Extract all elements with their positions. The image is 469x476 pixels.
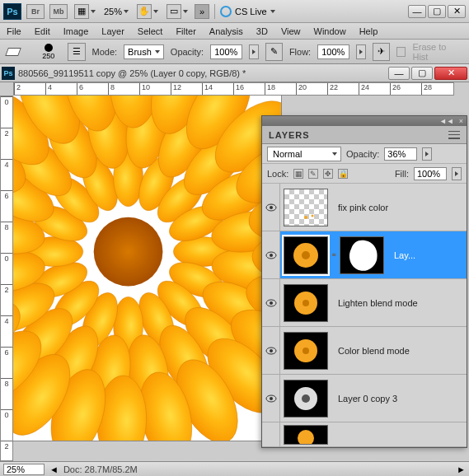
layer-thumbnail[interactable] xyxy=(284,332,328,370)
scroll-left-icon[interactable]: ◄ xyxy=(49,464,59,474)
doc-icon: Ps xyxy=(2,67,15,80)
maximize-button[interactable]: ▢ xyxy=(428,5,446,18)
bridge-badge[interactable]: Br xyxy=(26,4,45,19)
doc-title: 880566_99119511 copy @ 25% (Layer 0 copy… xyxy=(18,68,387,78)
brush-dot-icon xyxy=(45,44,53,52)
lock-all-icon[interactable]: 🔒 xyxy=(338,169,348,179)
collapse-icon[interactable]: ◄◄ xyxy=(439,117,454,125)
minibridge-badge[interactable]: Mb xyxy=(49,4,68,19)
svg-point-60 xyxy=(94,217,163,287)
fill-input[interactable]: 100% xyxy=(414,167,447,180)
layer-thumbnail[interactable] xyxy=(284,380,328,418)
menu-3d[interactable]: 3D xyxy=(256,26,268,36)
svg-point-72 xyxy=(303,300,309,306)
menu-filter[interactable]: Filter xyxy=(176,26,195,36)
visibility-toggle[interactable] xyxy=(262,422,280,446)
layer-row[interactable]: ⚭ Lay... xyxy=(262,231,467,279)
cslive-dropdown[interactable]: CS Live xyxy=(220,6,275,17)
scroll-right-icon[interactable]: ► xyxy=(457,464,466,474)
layer-row[interactable]: Color blend mode xyxy=(262,327,467,375)
menu-view[interactable]: View xyxy=(281,26,301,36)
svg-point-74 xyxy=(270,349,273,352)
svg-point-76 xyxy=(303,348,309,354)
menu-file[interactable]: File xyxy=(7,26,21,36)
ruler-vertical[interactable]: 024680246802 xyxy=(0,96,13,461)
menu-window[interactable]: Window xyxy=(314,26,346,36)
flow-input[interactable]: 100% xyxy=(317,44,349,59)
menu-help[interactable]: Help xyxy=(359,26,378,36)
visibility-toggle[interactable] xyxy=(262,184,280,231)
visibility-toggle[interactable] xyxy=(262,231,280,278)
svg-point-64 xyxy=(312,214,314,217)
close-button[interactable]: ✕ xyxy=(448,5,466,18)
fill-label: Fill: xyxy=(395,169,409,179)
canvas[interactable] xyxy=(13,96,282,441)
svg-point-63 xyxy=(304,216,307,219)
statusbar: 25% ◄ Doc: 28.7M/85.2M ► xyxy=(0,461,469,476)
erase-history-checkbox[interactable] xyxy=(396,47,406,57)
doc-maximize-button[interactable]: ▢ xyxy=(411,67,433,80)
visibility-toggle[interactable] xyxy=(262,327,280,374)
menu-analysis[interactable]: Analysis xyxy=(209,26,243,36)
layer-name[interactable]: Lay... xyxy=(387,250,422,260)
opacity-flyout[interactable] xyxy=(249,44,259,59)
brush-dropdown[interactable]: 250 xyxy=(42,44,54,60)
visibility-toggle[interactable] xyxy=(262,279,280,326)
panel-menu-icon[interactable] xyxy=(448,131,460,139)
eraser-icon[interactable] xyxy=(7,45,22,58)
minimize-button[interactable]: — xyxy=(408,5,426,18)
photoshop-logo: Ps xyxy=(3,3,21,20)
doc-minimize-button[interactable]: — xyxy=(388,67,410,80)
zoom-input[interactable]: 25% xyxy=(3,464,45,475)
brush-panel-button[interactable]: ☰ xyxy=(68,43,85,61)
flow-flyout[interactable] xyxy=(356,44,366,59)
lock-position-icon[interactable]: ✥ xyxy=(323,169,333,179)
layer-row[interactable]: fix pink color xyxy=(262,184,467,231)
layer-row[interactable] xyxy=(262,422,467,447)
lock-transparency-icon[interactable]: ▦ xyxy=(293,169,303,179)
zoom-dropdown[interactable]: 25% xyxy=(102,7,130,16)
layer-mask-thumbnail[interactable] xyxy=(340,236,384,274)
link-icon[interactable]: ⚭ xyxy=(330,250,338,259)
layer-thumbnail[interactable] xyxy=(284,236,328,274)
mode-select[interactable]: Brush xyxy=(124,44,164,59)
layer-thumbnail[interactable] xyxy=(284,284,328,322)
layer-thumbnail[interactable] xyxy=(284,425,328,445)
svg-point-80 xyxy=(302,394,310,403)
layer-opacity-flyout[interactable] xyxy=(422,147,432,161)
blend-row: Normal Opacity: 36% xyxy=(262,144,467,164)
layer-name[interactable]: Lighten blend mode xyxy=(331,298,424,308)
visibility-toggle[interactable] xyxy=(262,375,280,422)
ruler-horizontal[interactable]: 246810121416182022242628 xyxy=(13,82,454,96)
layer-opacity-input[interactable]: 36% xyxy=(384,147,417,161)
proof-dropdown[interactable]: ▭ xyxy=(165,4,190,19)
doc-close-button[interactable]: ✕ xyxy=(434,67,467,80)
blend-mode-select[interactable]: Normal xyxy=(267,147,341,161)
opacity-input[interactable]: 100% xyxy=(210,44,242,59)
layer-thumbnail[interactable] xyxy=(284,189,328,226)
menu-layer[interactable]: Layer xyxy=(101,26,124,36)
panel-titlebar[interactable]: ◄◄× xyxy=(262,116,467,126)
menu-edit[interactable]: Edit xyxy=(35,26,50,36)
panel-close-icon[interactable]: × xyxy=(459,117,463,125)
panel-tab-row: LAYERS xyxy=(262,126,467,144)
layers-list: fix pink color ⚭ Lay... Lighten blend mo… xyxy=(262,184,467,447)
svg-point-62 xyxy=(270,206,273,209)
layer-name[interactable]: Layer 0 copy 3 xyxy=(331,394,404,404)
layout-dropdown[interactable]: ▦ xyxy=(73,4,97,19)
lock-pixels-icon[interactable]: ✎ xyxy=(308,169,318,179)
layer-row[interactable]: Layer 0 copy 3 xyxy=(262,375,467,422)
menu-image[interactable]: Image xyxy=(63,26,89,36)
app-titlebar: Ps Br Mb ▦ 25% ✋ ▭ » CS Live — ▢ ✕ xyxy=(0,0,469,23)
layer-name[interactable]: fix pink color xyxy=(331,203,395,212)
tablet-opacity-button[interactable]: ✎ xyxy=(265,43,283,61)
layers-tab[interactable]: LAYERS xyxy=(269,130,310,140)
fill-flyout[interactable] xyxy=(452,167,462,180)
layer-name[interactable]: Color blend mode xyxy=(331,346,416,356)
layer-row[interactable]: Lighten blend mode xyxy=(262,279,467,327)
expand-button[interactable]: » xyxy=(195,4,209,19)
menu-select[interactable]: Select xyxy=(138,26,163,36)
airbrush-button[interactable]: ✈ xyxy=(373,43,390,61)
layers-panel: ◄◄× LAYERS Normal Opacity: 36% Lock: ▦ ✎… xyxy=(261,115,467,448)
hand-dropdown[interactable]: ✋ xyxy=(135,4,160,19)
